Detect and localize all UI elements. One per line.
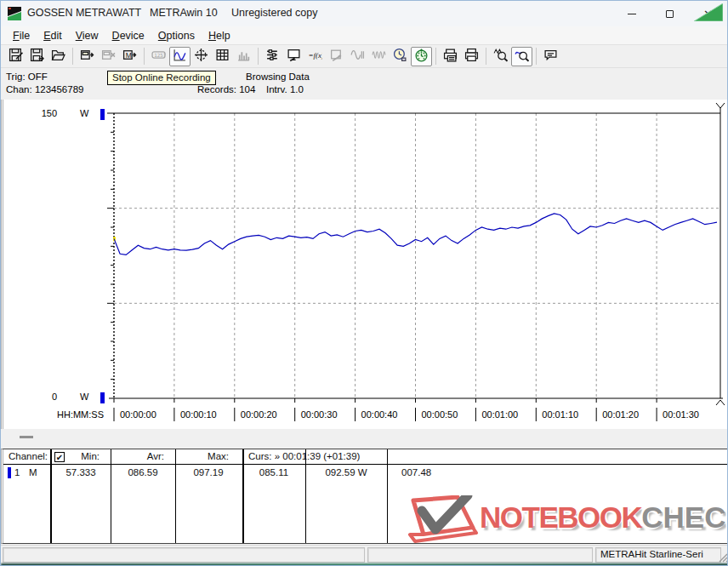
metrawin-window: GOSSEN METRAWATT METRAwin 10 Unregistere… bbox=[0, 0, 728, 566]
col-header-min: Min: bbox=[52, 451, 100, 461]
x-tick-label: 00:00:30 bbox=[301, 409, 338, 420]
power-series-line bbox=[114, 214, 717, 255]
cell-channel-id: 1 bbox=[14, 467, 20, 477]
histogram-button[interactable] bbox=[233, 47, 254, 66]
statusbar-panel-middle bbox=[367, 547, 593, 563]
x-tick-label: 00:00:50 bbox=[422, 409, 458, 420]
chart-scroll-strip[interactable] bbox=[1, 429, 728, 449]
title-app-name: METRAwin 10 bbox=[150, 7, 218, 19]
clock-meter-icon bbox=[393, 48, 407, 66]
toolbar-separator bbox=[144, 48, 145, 65]
menu-help[interactable]: Help bbox=[202, 28, 237, 43]
meter-read-off-icon bbox=[101, 48, 116, 66]
memory-read-button[interactable]: M bbox=[119, 47, 140, 66]
print-preview-button[interactable] bbox=[440, 47, 461, 66]
sine-signal-icon bbox=[350, 48, 365, 66]
meter-read-off-button[interactable] bbox=[98, 47, 119, 66]
print-preview-icon bbox=[443, 48, 458, 66]
y-axis-unit-top: W bbox=[80, 108, 88, 118]
watermark-word-notebook: NOTEBOOK bbox=[480, 500, 641, 534]
clock-meter-button[interactable] bbox=[390, 47, 411, 66]
y-axis-min-label: 0 bbox=[38, 392, 57, 402]
print-icon bbox=[464, 48, 479, 66]
toolbar-separator bbox=[72, 48, 73, 65]
toolbar-separator bbox=[486, 48, 486, 65]
tooltip-stop-online-recording: Stop Online Recording bbox=[107, 71, 216, 85]
statusbar-device-panel: METRAHit Starline-Seri bbox=[595, 547, 721, 563]
menu-edit[interactable]: Edit bbox=[37, 28, 69, 43]
cell-cursor-a: 085.11 bbox=[244, 467, 304, 477]
app-icon bbox=[8, 7, 21, 20]
table-view-button[interactable] bbox=[212, 47, 233, 66]
meter-read-button[interactable] bbox=[77, 47, 98, 66]
trigger-status: Trig: OFF bbox=[6, 71, 48, 82]
x-tick-label: 00:01:30 bbox=[663, 409, 699, 420]
cell-avr: 086.59 bbox=[111, 467, 174, 477]
menu-options[interactable]: Options bbox=[151, 28, 202, 43]
graph-view-icon bbox=[173, 48, 187, 66]
menu-bar: FileEditViewDeviceOptionsHelp bbox=[1, 26, 727, 45]
formula-fx-button[interactable]: =f(x) bbox=[304, 47, 326, 66]
zoom-curve-button[interactable] bbox=[511, 47, 532, 66]
interface-sliders-icon bbox=[265, 48, 280, 66]
monitor-setup-icon bbox=[287, 48, 301, 66]
x-axis-format-label: HH:MM:SS bbox=[57, 409, 104, 420]
stopwatch-record-button[interactable] bbox=[411, 47, 432, 66]
interface-sliders-button[interactable] bbox=[262, 47, 283, 66]
print-button[interactable] bbox=[461, 47, 482, 66]
y-axis-max-label: 150 bbox=[38, 108, 57, 118]
splitter-handle-icon[interactable] bbox=[20, 436, 33, 438]
x-tick-label: 00:00:20 bbox=[241, 409, 277, 420]
lcd-display-button[interactable]: 1257 bbox=[148, 47, 169, 66]
col-header-channel: Channel: bbox=[9, 451, 48, 461]
menu-device[interactable]: Device bbox=[105, 28, 151, 43]
formula-fx-icon: =f(x) bbox=[308, 48, 322, 66]
col-header-cursor: Curs: » 00:01:39 (+01:39) bbox=[248, 451, 360, 461]
sine-signal-button[interactable] bbox=[347, 47, 368, 66]
cell-min: 57.333 bbox=[52, 467, 110, 477]
chart-panel: 150 W 0 W HH:MM:SS 00:00:0000:00:1000:00… bbox=[1, 100, 728, 429]
toolbar: M1257=f(x) bbox=[1, 45, 727, 67]
open-folder-icon bbox=[51, 48, 65, 66]
power-line-chart[interactable] bbox=[3, 100, 728, 429]
menu-file[interactable]: File bbox=[6, 28, 37, 43]
toolbar-separator bbox=[536, 48, 537, 65]
x-tick-label: 00:01:20 bbox=[602, 409, 639, 420]
zoom-wave-button[interactable] bbox=[490, 47, 511, 66]
stopwatch-record-icon bbox=[414, 48, 429, 66]
title-brand: GOSSEN METRAWATT bbox=[27, 7, 141, 19]
damped-signal-button[interactable] bbox=[368, 47, 390, 66]
graph-view-button[interactable] bbox=[169, 47, 191, 66]
open-folder-button[interactable] bbox=[48, 47, 69, 66]
x-tick-label: 00:01:10 bbox=[542, 409, 578, 420]
channel-color-marker bbox=[8, 467, 11, 478]
statusbar-panel-left bbox=[3, 547, 365, 563]
resize-grip-icon[interactable] bbox=[718, 552, 728, 563]
device-setup-button[interactable] bbox=[326, 47, 347, 66]
memory-read-icon: M bbox=[122, 48, 137, 66]
save-as-button[interactable] bbox=[26, 47, 48, 66]
svg-text:=f(x): =f(x) bbox=[309, 51, 322, 60]
save-icon bbox=[9, 48, 23, 66]
cell-delta: 007.48 bbox=[401, 467, 431, 477]
comment-note-button[interactable] bbox=[540, 47, 561, 66]
maximize-button[interactable] bbox=[651, 1, 689, 26]
zoom-wave-icon bbox=[493, 48, 508, 66]
save-button[interactable] bbox=[5, 47, 26, 66]
crosshair-cursor-icon bbox=[194, 48, 208, 66]
menu-view[interactable]: View bbox=[69, 28, 105, 43]
lcd-display-icon: 1257 bbox=[151, 48, 166, 66]
toolbar-separator bbox=[258, 48, 259, 65]
x-tick-label: 00:01:00 bbox=[481, 409, 518, 420]
toolbar-separator bbox=[435, 48, 436, 65]
table-view-icon bbox=[215, 48, 230, 66]
crosshair-cursor-button[interactable] bbox=[191, 47, 212, 66]
status-bar: METRAHit Starline-Seri bbox=[1, 545, 728, 563]
watermark-word-check: CHECK bbox=[641, 500, 728, 534]
monitor-setup-button[interactable] bbox=[283, 47, 304, 66]
minimize-button[interactable] bbox=[612, 1, 651, 26]
svg-text:M: M bbox=[126, 50, 132, 59]
channel-list: Chan: 123456789 bbox=[6, 84, 83, 94]
channel-values-table: Channel: ✔ Min: Avr: Max: Curs: » 00:01:… bbox=[1, 449, 728, 544]
col-header-avr: Avr: bbox=[111, 451, 164, 461]
